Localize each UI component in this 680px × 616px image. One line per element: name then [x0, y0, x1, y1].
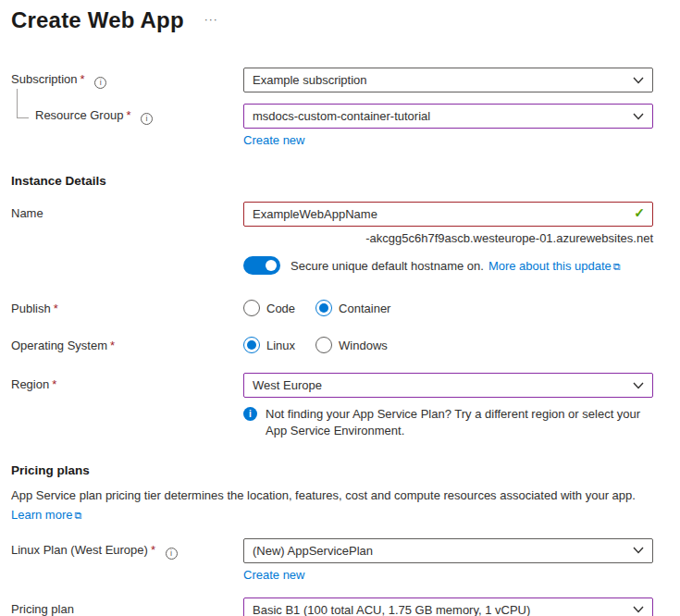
pricing-plan-dropdown[interactable]: Basic B1 (100 total ACU, 1.75 GB memory,…	[243, 598, 653, 616]
chevron-down-icon	[633, 113, 644, 120]
create-web-app-page: Create Web App ··· Subscription* i Examp…	[0, 0, 680, 616]
os-radio-group: Linux Windows	[243, 334, 653, 353]
subscription-row: Subscription* i Example subscription	[11, 68, 667, 92]
pricing-description: App Service plan pricing tier determines…	[11, 487, 659, 505]
external-link-icon: ⧉	[74, 510, 81, 521]
pricing-plan-row: Pricing plan Basic B1 (100 total ACU, 1.…	[11, 598, 667, 616]
info-filled-icon: i	[243, 407, 257, 421]
publish-label: Publish	[11, 302, 51, 315]
publish-radio-group: Code Container	[243, 297, 653, 316]
chevron-down-icon	[633, 547, 644, 554]
region-dropdown[interactable]: West Europe	[243, 373, 653, 398]
chevron-down-icon	[633, 382, 644, 389]
required-asterisk: *	[54, 302, 58, 315]
hostname-toggle-row: Secure unique default hostname on. More …	[11, 256, 667, 275]
info-icon[interactable]: i	[166, 548, 178, 560]
info-icon[interactable]: i	[94, 77, 106, 89]
linux-plan-dropdown[interactable]: (New) AppServicePlan	[243, 538, 653, 563]
resource-group-value: msdocs-custom-container-tutorial	[253, 109, 430, 123]
more-menu-icon[interactable]: ···	[204, 13, 218, 26]
page-header: Create Web App ···	[11, 7, 667, 33]
name-row: Name ✓ -akcgg5c6h7f9ascb.westeurope-01.a…	[11, 202, 667, 245]
linux-plan-label: Linux Plan (West Europe)	[11, 543, 148, 557]
region-label: Region	[11, 377, 49, 391]
external-link-icon: ⧉	[613, 261, 621, 272]
subscription-dropdown[interactable]: Example subscription	[243, 68, 653, 92]
radio-option-windows[interactable]: Windows	[315, 337, 388, 353]
radio-icon	[315, 337, 332, 353]
more-about-update-link[interactable]: More about this update⧉	[488, 259, 621, 273]
learn-more-link[interactable]: Learn more⧉	[11, 508, 81, 522]
instance-details-heading: Instance Details	[11, 174, 667, 188]
create-new-plan-link[interactable]: Create new	[243, 568, 304, 582]
pricing-plan-label: Pricing plan	[11, 602, 74, 616]
tree-connector	[17, 89, 29, 118]
radio-option-container[interactable]: Container	[315, 300, 390, 316]
required-asterisk: *	[80, 72, 85, 86]
required-asterisk: *	[110, 339, 115, 352]
radio-selected-icon	[243, 337, 260, 353]
radio-option-linux[interactable]: Linux	[243, 337, 295, 353]
chevron-down-icon	[633, 606, 644, 613]
required-asterisk: *	[52, 377, 56, 391]
region-row: Region* West Europe i Not finding your A…	[11, 373, 667, 438]
resource-group-row: Resource Group* i msdocs-custom-containe…	[11, 104, 667, 147]
name-label: Name	[11, 206, 43, 220]
publish-row: Publish* Code Container	[11, 297, 667, 316]
resource-group-label: Resource Group	[35, 108, 123, 122]
radio-option-code[interactable]: Code	[243, 300, 295, 316]
region-info-note: i Not finding your App Service Plan? Try…	[243, 406, 653, 438]
page-title: Create Web App	[11, 7, 184, 33]
operating-system-row: Operating System* Linux Windows	[11, 334, 667, 353]
subscription-value: Example subscription	[253, 73, 367, 87]
region-note-text: Not finding your App Service Plan? Try a…	[266, 406, 653, 438]
operating-system-label: Operating System	[11, 339, 107, 352]
pricing-plans-heading: Pricing plans	[11, 463, 667, 477]
linux-plan-value: (New) AppServicePlan	[253, 544, 373, 558]
required-asterisk: *	[126, 108, 130, 122]
info-icon[interactable]: i	[141, 113, 153, 125]
region-value: West Europe	[253, 378, 322, 392]
hostname-suffix: -akcgg5c6h7f9ascb.westeurope-01.azureweb…	[243, 231, 653, 245]
chevron-down-icon	[633, 77, 644, 84]
radio-icon	[243, 300, 260, 316]
name-input[interactable]	[243, 202, 653, 227]
required-asterisk: *	[151, 543, 155, 557]
linux-plan-row: Linux Plan (West Europe)* i (New) AppSer…	[11, 538, 667, 582]
radio-selected-icon	[315, 300, 332, 316]
subscription-label: Subscription	[11, 72, 78, 86]
valid-check-icon: ✓	[634, 205, 645, 220]
resource-group-dropdown[interactable]: msdocs-custom-container-tutorial	[243, 104, 653, 129]
secure-hostname-label: Secure unique default hostname on.	[291, 259, 484, 273]
create-new-resource-group-link[interactable]: Create new	[243, 133, 304, 147]
secure-hostname-toggle[interactable]	[243, 256, 280, 275]
pricing-plan-value: Basic B1 (100 total ACU, 1.75 GB memory,…	[253, 603, 530, 616]
